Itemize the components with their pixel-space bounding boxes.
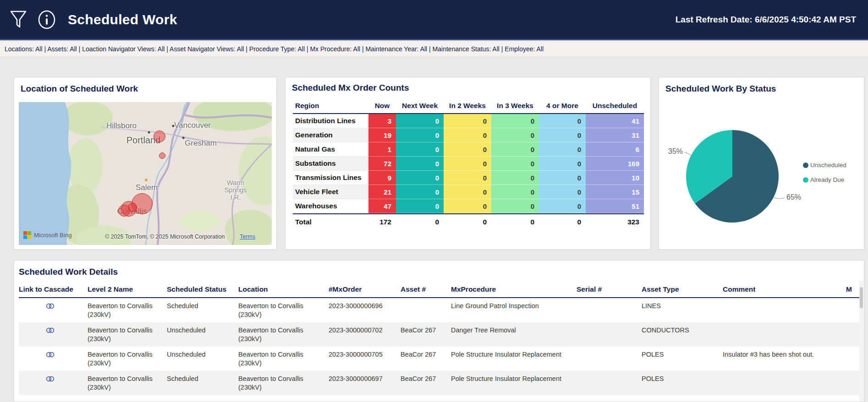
legend-label: Unscheduled	[810, 162, 846, 168]
count-cell[interactable]: 0	[396, 142, 444, 157]
count-cell[interactable]: 72	[368, 157, 396, 171]
procedure-cell: Danger Tree Removal	[451, 326, 577, 344]
mxorder-cell: 2023-3000000697	[329, 375, 401, 392]
details-row[interactable]: Beaverton to Corvallis (230kV) Scheduled…	[19, 298, 862, 322]
count-cell[interactable]: 0	[539, 171, 586, 185]
counts-table: Region Now Next Week In 2 Weeks In 3 Wee…	[293, 98, 644, 230]
details-col-header: Level 2 Name	[88, 285, 167, 293]
level2-cell: Beaverton to Corvallis (230kV)	[88, 326, 167, 344]
link-to-cascade-icon[interactable]	[46, 327, 55, 336]
count-cell[interactable]: 21	[368, 185, 396, 199]
bing-map[interactable]: Hillsboro Vancouver Portland Gresham Sal…	[19, 102, 272, 245]
link-to-cascade-icon[interactable]	[46, 375, 55, 385]
region-label: Warehouses	[293, 199, 368, 213]
count-cell[interactable]: 3	[368, 114, 396, 128]
count-cell[interactable]: 0	[491, 142, 539, 157]
count-cell[interactable]: 0	[539, 114, 586, 128]
count-cell[interactable]: 41	[586, 114, 644, 128]
details-col-header: Serial #	[577, 285, 642, 293]
location-cell: Beaverton to Corvallis (230kV)	[238, 326, 329, 344]
details-row[interactable]: Beaverton to Corvallis (230kV) Unschedul…	[19, 322, 862, 347]
count-cell[interactable]: 10	[586, 171, 644, 185]
count-cell[interactable]: 169	[586, 157, 644, 171]
counts-row-transmission-lines: Transmission Lines 9 0 0 0 0 10	[293, 171, 644, 185]
map-work-bubble[interactable]	[159, 152, 165, 159]
location-cell: Beaverton to Corvallis (230kV)	[238, 375, 329, 392]
legend-item-already-due[interactable]: Already Due	[803, 176, 846, 183]
count-cell[interactable]: 0	[396, 199, 444, 213]
total-label: Total	[293, 214, 368, 230]
count-cell[interactable]: 0	[444, 128, 491, 142]
region-label: Natural Gas	[293, 142, 368, 157]
count-cell[interactable]: 0	[491, 185, 539, 199]
count-cell[interactable]: 0	[396, 171, 444, 185]
status-cell: Scheduled	[167, 375, 238, 392]
total-cell: 323	[586, 214, 644, 230]
map-work-bubble[interactable]	[118, 205, 130, 217]
count-cell[interactable]: 0	[444, 185, 491, 199]
count-cell[interactable]: 0	[539, 199, 586, 213]
map-terms-link[interactable]: Terms	[240, 234, 255, 240]
count-cell[interactable]: 31	[586, 128, 644, 142]
pie-slices	[686, 130, 779, 223]
count-cell[interactable]: 0	[396, 157, 444, 171]
count-cell[interactable]: 15	[586, 185, 644, 199]
mxorder-cell: 2023-3000000702	[329, 326, 401, 344]
legend-item-unscheduled[interactable]: Unscheduled	[803, 162, 846, 168]
callout-line-65	[774, 197, 785, 199]
count-cell[interactable]: 0	[396, 128, 444, 142]
map-panel-title: Location of Scheduled Work	[21, 84, 138, 94]
count-cell[interactable]: 51	[586, 199, 644, 213]
count-cell[interactable]: 9	[368, 171, 396, 185]
counts-row-vehicle-fleet: Vehicle Fleet 21 0 0 0 0 15	[293, 185, 644, 199]
count-cell[interactable]: 47	[368, 199, 396, 213]
count-cell[interactable]: 0	[444, 114, 491, 128]
map-city-dot	[172, 125, 175, 127]
count-cell[interactable]: 0	[444, 157, 491, 171]
count-cell[interactable]: 0	[491, 157, 539, 171]
mxorder-cell: 2023-3000000696	[329, 302, 401, 320]
map-label-gresham: Gresham	[185, 139, 217, 148]
count-cell[interactable]: 0	[539, 185, 586, 199]
details-row[interactable]: Beaverton to Corvallis (230kV) Scheduled…	[19, 371, 862, 395]
details-row[interactable]: Beaverton to Corvallis (230kV) Unschedul…	[19, 347, 862, 371]
bing-logo: Microsoft Bing	[23, 231, 71, 239]
map-label-salem: Salem	[136, 183, 158, 192]
count-cell[interactable]: 1	[368, 142, 396, 157]
filter-summary-bar: Locations: All | Assets: All | Loaction …	[0, 42, 868, 56]
count-cell[interactable]: 6	[586, 142, 644, 157]
page-title: Scheduled Work	[68, 12, 177, 27]
count-cell[interactable]: 0	[539, 142, 586, 157]
map-label-warm-springs: Warm Springs I.R.	[224, 179, 247, 201]
region-label: Transmission Lines	[293, 171, 368, 185]
count-cell[interactable]: 0	[491, 171, 539, 185]
count-cell[interactable]: 0	[539, 128, 586, 142]
counts-col-header: Now	[368, 102, 396, 110]
count-cell[interactable]: 0	[444, 171, 491, 185]
status-cell: Unscheduled	[167, 350, 238, 368]
count-cell[interactable]: 0	[491, 128, 539, 142]
count-cell[interactable]: 0	[491, 114, 539, 128]
filter-icon[interactable]	[8, 9, 28, 31]
app-header: Scheduled Work Last Refresh Date: 6/6/20…	[0, 0, 868, 40]
count-cell[interactable]: 0	[491, 199, 539, 213]
microsoft-logo-icon	[23, 231, 31, 239]
count-cell[interactable]: 0	[396, 185, 444, 199]
work-details-panel: Scheduled Work Details Link to Cascade L…	[14, 260, 864, 402]
serial-cell	[577, 350, 642, 368]
count-cell[interactable]: 0	[444, 142, 491, 157]
procedure-cell: Pole Structure Insulator Replacement	[451, 350, 577, 368]
link-to-cascade-icon[interactable]	[46, 351, 55, 360]
count-cell[interactable]: 19	[368, 128, 396, 142]
count-cell[interactable]: 0	[444, 199, 491, 213]
asset-cell	[401, 302, 451, 320]
info-icon[interactable]	[37, 9, 57, 31]
counts-total-row: Total 172 0 0 0 0 323	[293, 213, 644, 230]
map-work-bubble[interactable]	[154, 130, 165, 142]
details-scrollbar-thumb[interactable]	[860, 287, 863, 308]
level2-cell: Beaverton to Corvallis (230kV)	[88, 302, 167, 320]
link-to-cascade-icon[interactable]	[46, 303, 55, 312]
map-terrain	[19, 102, 272, 245]
count-cell[interactable]: 0	[396, 114, 444, 128]
count-cell[interactable]: 0	[539, 157, 586, 171]
